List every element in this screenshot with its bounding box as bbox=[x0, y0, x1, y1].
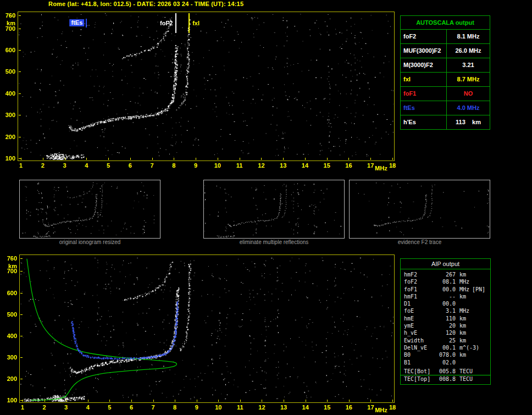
x-axis-tick-label: 18 bbox=[386, 162, 398, 169]
x-axis-tick-label: 9 bbox=[190, 162, 202, 169]
y-axis-tick-label: 500 bbox=[3, 311, 17, 318]
autoscala-row-label: M(3000)F2 bbox=[401, 58, 447, 72]
aip-row-label: hmF1 bbox=[404, 293, 435, 300]
aip-row-deln-ve: DelN_vE00.1m^(-3) bbox=[401, 344, 490, 351]
thumbnail-caption-f2-trace: evidence F2 trace bbox=[349, 239, 490, 245]
autoscala-row-label: foF2 bbox=[401, 30, 447, 43]
aip-table: AIP output hmF2267kmfoF208.1MHzfoF100.0M… bbox=[400, 258, 491, 385]
autoscala-row-m-3000-f2: M(3000)F23.21 bbox=[401, 58, 490, 73]
autoscala-row-value: 8.1 MHz bbox=[447, 30, 490, 43]
aip-row-unit: km bbox=[459, 315, 466, 322]
profile-ionogram-canvas bbox=[20, 255, 394, 402]
aip-row-value: 3.1 bbox=[435, 307, 456, 314]
aip-row-value: 00.1 bbox=[435, 344, 456, 351]
y-axis-tick-label: 400 bbox=[1, 90, 15, 97]
aip-row-label: B0 bbox=[404, 351, 435, 358]
aip-row-ewidth: Ewidth25km bbox=[401, 337, 490, 344]
aip-row-unit: km bbox=[459, 293, 466, 300]
x-axis-tick-label: 10 bbox=[212, 404, 224, 411]
aip-row-d1: D100.0 bbox=[401, 300, 490, 307]
y-axis-tick-label: 100 bbox=[1, 155, 15, 162]
aip-row-value: 110 bbox=[435, 315, 456, 322]
autoscala-row-value: 8.7 MHz bbox=[447, 73, 490, 86]
thumbnail-original-canvas bbox=[20, 180, 160, 238]
x-axis-tick-label: 1 bbox=[16, 404, 29, 411]
aip-row-foe: foE3.1MHz bbox=[401, 307, 490, 314]
autoscala-row-muf-3000-f2: MUF(3000)F226.0 MHz bbox=[401, 44, 490, 58]
y-axis-tick-label: 600 bbox=[1, 47, 15, 53]
autoscala-row-label: h'Es bbox=[401, 115, 447, 129]
x-axis-tick-label: 16 bbox=[342, 162, 354, 169]
autoscala-row-fof1: foF1NO bbox=[401, 87, 490, 101]
aip-row-unit: TECU bbox=[459, 375, 473, 383]
aip-row-label: hmE bbox=[404, 315, 435, 322]
x-axis-tick-label: 13 bbox=[277, 162, 289, 169]
x-axis-tick-label: 7 bbox=[147, 404, 159, 411]
x-axis-tick-label: 16 bbox=[343, 404, 355, 411]
aip-tec-rows: TEC[Bot]005.8TECUTEC[Top]008.8TECU bbox=[401, 368, 490, 385]
x-axis-tick-label: 3 bbox=[59, 162, 71, 169]
thumbnail-no-multiples-canvas bbox=[204, 180, 344, 238]
aip-row-unit: MHz bbox=[459, 278, 469, 285]
aip-row-tec-bot-: TEC[Bot]005.8TECU bbox=[401, 368, 490, 375]
aip-row-tec-top-: TEC[Top]008.8TECU bbox=[401, 375, 490, 383]
x-axis-tick-label: 13 bbox=[278, 404, 290, 411]
aip-row-label: B1 bbox=[404, 359, 435, 366]
y-axis-unit-label: km bbox=[1, 20, 15, 26]
aip-row-hme: hmE110km bbox=[401, 315, 490, 322]
x-axis-tick-label: 14 bbox=[300, 404, 312, 411]
y-axis-tick-label: 100 bbox=[3, 397, 17, 403]
aip-row-unit: TECU bbox=[459, 368, 473, 375]
y-axis-tick-label: 600 bbox=[3, 290, 17, 296]
autoscala-row-ftes: ftEs4.0 MHz bbox=[401, 101, 490, 115]
x-axis-tick-label: 6 bbox=[124, 162, 136, 169]
aip-row-label: hmF2 bbox=[404, 271, 435, 278]
aip-row-unit: MHz bbox=[459, 307, 469, 314]
autoscala-row-value: 4.0 MHz bbox=[447, 101, 490, 115]
autoscala-row-label: MUF(3000)F2 bbox=[401, 44, 447, 58]
x-axis-tick-label: 18 bbox=[386, 404, 398, 411]
thumbnail-caption-original: original ionogram resized bbox=[19, 239, 160, 245]
x-axis-tick-label: 8 bbox=[169, 404, 181, 411]
x-axis-tick-label: 11 bbox=[234, 162, 246, 169]
autoscala-row-fof2: foF28.1 MHz bbox=[401, 30, 490, 44]
aip-row-label: foF1 bbox=[404, 286, 435, 293]
aip-row-label: DelN_vE bbox=[404, 344, 435, 351]
autoscala-table-body: foF28.1 MHzMUF(3000)F226.0 MHzM(3000)F23… bbox=[401, 30, 490, 129]
thumbnail-f2-trace-canvas bbox=[350, 180, 490, 238]
y-axis-tick-label: 200 bbox=[3, 375, 17, 382]
aip-row-unit: km bbox=[459, 351, 466, 358]
autoscala-row-value: NO bbox=[447, 87, 490, 101]
y-axis-tick-label: 400 bbox=[3, 333, 17, 339]
x-axis-tick-label: 10 bbox=[212, 162, 224, 169]
autoscala-row-value: 113 km bbox=[447, 115, 490, 129]
aip-row-fof1: foF100.0MHz[PN] bbox=[401, 286, 490, 293]
aip-row-extra: [PN] bbox=[472, 286, 485, 293]
aip-row-hmf2: hmF2267km bbox=[401, 271, 490, 278]
aip-row-value: -- bbox=[435, 293, 456, 300]
thumbnail-f2-trace bbox=[349, 180, 490, 239]
y-axis-tick-label: 760 bbox=[3, 255, 17, 262]
app-window: Rome (lat: +41.8, lon: 012.5) - DATE: 20… bbox=[0, 0, 532, 415]
aip-row-unit: m^(-3) bbox=[459, 344, 479, 351]
x-axis-tick-label: 5 bbox=[102, 162, 114, 169]
profile-ionogram-plot bbox=[19, 254, 395, 403]
x-axis-tick-label: 4 bbox=[80, 162, 92, 169]
aip-row-value: 02.0 bbox=[435, 359, 456, 366]
x-axis-tick-label: 12 bbox=[255, 162, 267, 169]
y-axis-tick-label: 500 bbox=[1, 68, 15, 75]
x-axis-tick-label: 3 bbox=[60, 404, 72, 411]
aip-row-value: 078.0 bbox=[435, 351, 456, 358]
y-axis-tick-label: 300 bbox=[3, 354, 17, 361]
autoscala-table-header: AUTOSCALA output bbox=[401, 16, 490, 30]
x-axis-tick-label: 2 bbox=[38, 404, 51, 411]
aip-row-value: 00.0 bbox=[435, 300, 456, 307]
autoscala-row-fxi: fxI8.7 MHz bbox=[401, 73, 490, 87]
aip-row-value: 008.8 bbox=[435, 375, 456, 383]
aip-row-label: D1 bbox=[404, 300, 435, 307]
y-axis-tick-label: 200 bbox=[1, 134, 15, 140]
aip-table-header: AIP output bbox=[401, 259, 490, 269]
aip-row-value: 25 bbox=[435, 337, 456, 344]
aip-row-label: Ewidth bbox=[404, 337, 435, 344]
page-title: Rome (lat: +41.8, lon: 012.5) - DATE: 20… bbox=[48, 1, 243, 7]
